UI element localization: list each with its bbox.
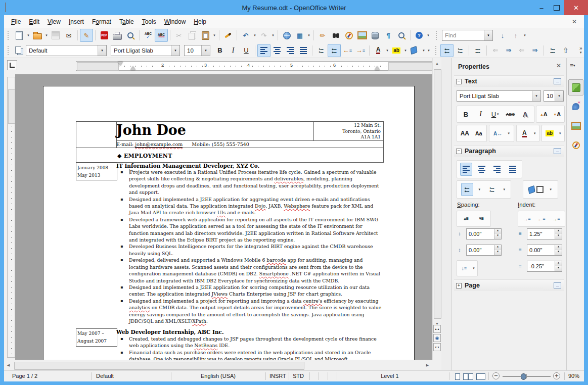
sidebar-font-color-dropdown[interactable]: ▾ bbox=[532, 127, 537, 139]
increase-font-size-button[interactable]: AA bbox=[459, 127, 471, 140]
undo-dropdown[interactable]: ▾ bbox=[252, 29, 257, 41]
page-section-header[interactable]: + Page ... bbox=[454, 279, 564, 291]
align-left-button[interactable] bbox=[257, 44, 270, 57]
highlighting-button[interactable]: ab bbox=[390, 44, 403, 57]
bold-button[interactable]: B bbox=[213, 44, 227, 57]
draw-functions-button[interactable]: ✏ bbox=[316, 29, 329, 42]
font-color-button[interactable]: A bbox=[372, 44, 385, 57]
sidebar-align-center-button[interactable] bbox=[476, 163, 488, 176]
vertical-ruler[interactable] bbox=[7, 77, 15, 358]
nonprinting-chars-button[interactable]: ¶ bbox=[382, 29, 395, 42]
expand-icon[interactable]: + bbox=[456, 283, 462, 288]
paste-dropdown[interactable]: ▾ bbox=[212, 29, 217, 41]
line-spacing-dropdown[interactable]: ▾ bbox=[471, 262, 476, 274]
increase-font-spacing-button[interactable]: ▲A bbox=[537, 108, 550, 121]
find-dropdown[interactable]: ▾ bbox=[484, 30, 492, 40]
character-spacing-button[interactable]: A↔ bbox=[492, 127, 504, 140]
collapse-icon[interactable]: − bbox=[456, 149, 462, 154]
decrease-font-size-button[interactable]: Aa bbox=[473, 127, 485, 140]
vertical-scrollbar[interactable]: ▲ ▼ ▲▲ ◉ ▼▼ bbox=[432, 58, 441, 360]
sidebar-bold-button[interactable]: B bbox=[460, 108, 472, 121]
below-spacing-field[interactable]: 0.00"▲▼ bbox=[466, 245, 502, 256]
menu-file[interactable]: File bbox=[7, 17, 25, 27]
hyperlink-button[interactable] bbox=[280, 29, 293, 42]
scroll-right-icon[interactable]: ▶ bbox=[424, 361, 431, 369]
data-sources-button[interactable] bbox=[369, 29, 382, 42]
above-spacing-field[interactable]: 0.00"▲▼ bbox=[466, 228, 502, 239]
sidebar-numbered-dropdown[interactable]: ▾ bbox=[502, 183, 507, 196]
demote-level-button[interactable]: ⇒ bbox=[502, 44, 515, 57]
find-toolbar-grip[interactable] bbox=[436, 31, 438, 40]
insert-mode[interactable]: INSRT bbox=[269, 373, 286, 379]
paragraph-dialog-launcher-icon[interactable]: ... bbox=[554, 148, 561, 154]
find-input[interactable] bbox=[442, 32, 484, 38]
multi-page-view-icon[interactable] bbox=[463, 373, 468, 380]
sidebar-align-right-button[interactable] bbox=[491, 163, 503, 176]
decrease-indent-button[interactable]: ←≡ bbox=[341, 44, 354, 57]
sidebar-underline-button[interactable]: U▾ bbox=[489, 108, 502, 121]
sidebar-shadow-button[interactable]: A bbox=[519, 108, 531, 121]
sidebar-bullet-dropdown[interactable]: ▾ bbox=[477, 183, 482, 196]
collapse-icon[interactable]: − bbox=[456, 79, 462, 84]
increase-indent-button[interactable]: →≡ bbox=[354, 44, 367, 57]
open-button[interactable] bbox=[31, 29, 44, 42]
spinner[interactable]: ▲▼ bbox=[494, 245, 501, 255]
indent-before-field[interactable]: 1.25"▲▼ bbox=[527, 228, 562, 239]
underline-button[interactable]: U bbox=[240, 44, 253, 57]
find-next-button[interactable]: ↓ bbox=[496, 29, 509, 42]
sidebar-align-left-button[interactable] bbox=[460, 163, 472, 176]
menu-format[interactable]: Format bbox=[88, 17, 115, 27]
undo-button[interactable]: ↶ bbox=[239, 29, 252, 42]
sidebar-italic-button[interactable]: I bbox=[475, 108, 487, 121]
paragraph-background-dropdown[interactable]: ▾ bbox=[548, 183, 553, 196]
line-spacing-button[interactable]: ↕≡ bbox=[458, 262, 470, 275]
book-view-icon[interactable] bbox=[476, 373, 485, 380]
spinner[interactable]: ▲▼ bbox=[555, 245, 562, 255]
justify-button[interactable] bbox=[297, 44, 310, 57]
sidebar-highlighting-button[interactable]: ab bbox=[544, 127, 556, 140]
close-document-icon[interactable]: ✕ bbox=[572, 18, 577, 25]
bullets-on-off-button[interactable]: ●▬▬ ●▬▬ bbox=[440, 44, 454, 57]
sidebar-menu-icon[interactable]: ≡▾ bbox=[570, 62, 575, 69]
italic-button[interactable]: I bbox=[227, 44, 240, 57]
print-button[interactable] bbox=[111, 29, 124, 42]
menu-view[interactable]: View bbox=[43, 17, 65, 27]
decrease-spacing-button[interactable]: ▼≡ bbox=[475, 212, 487, 225]
outline-level[interactable]: Level 1 bbox=[337, 373, 443, 379]
first-line-indent-marker[interactable] bbox=[118, 62, 123, 66]
font-color-dropdown[interactable]: ▾ bbox=[385, 44, 390, 57]
navigation-button[interactable]: ◉ bbox=[433, 334, 441, 342]
highlighting-dropdown[interactable]: ▾ bbox=[403, 44, 408, 57]
menu-edit[interactable]: Edit bbox=[25, 17, 43, 27]
help-button[interactable]: ? bbox=[413, 29, 426, 42]
zoom-out-icon[interactable]: − bbox=[492, 372, 500, 379]
page-style[interactable]: Default bbox=[96, 373, 114, 379]
page-dialog-launcher-icon[interactable]: ... bbox=[554, 282, 561, 288]
horizontal-ruler[interactable]: 2 3 4 5 6 bbox=[76, 61, 432, 71]
new-document-dropdown[interactable]: ▾ bbox=[26, 29, 31, 41]
redo-dropdown[interactable]: ▾ bbox=[270, 29, 276, 41]
spelling-button[interactable]: ABC✓ bbox=[142, 29, 155, 42]
selection-mode[interactable]: STD bbox=[293, 373, 304, 379]
sidebar-justify-button[interactable] bbox=[507, 163, 519, 176]
background-color-dropdown[interactable]: ▾ bbox=[421, 44, 426, 57]
menu-tools[interactable]: Tools bbox=[138, 17, 160, 27]
find-toolbar-overflow[interactable]: ▾ bbox=[522, 29, 527, 41]
email-button[interactable]: ✉ bbox=[62, 29, 75, 42]
paragraph-background-button[interactable] bbox=[528, 183, 544, 196]
sidebar-highlighting-dropdown[interactable]: ▾ bbox=[558, 127, 563, 139]
gallery-button[interactable] bbox=[355, 29, 369, 42]
navigator-button[interactable] bbox=[342, 29, 355, 42]
autospellcheck-button[interactable]: ABC~~~ bbox=[155, 29, 168, 42]
text-dialog-launcher-icon[interactable]: ... bbox=[554, 78, 561, 84]
paragraph-section-header[interactable]: − Paragraph ... bbox=[454, 145, 564, 157]
horizontal-scroll-thumb[interactable] bbox=[14, 362, 304, 370]
decrease-font-spacing-button[interactable]: ▼A bbox=[551, 108, 563, 121]
zoom-button[interactable] bbox=[395, 29, 408, 42]
tab-gallery[interactable] bbox=[568, 118, 583, 134]
page-preview-button[interactable] bbox=[124, 29, 137, 42]
document-canvas[interactable]: John Doe 12 Main St. Toronto, Ontario A1… bbox=[15, 74, 432, 360]
email-link[interactable]: john@example.com bbox=[135, 141, 183, 148]
table-dropdown[interactable]: ▾ bbox=[306, 29, 311, 41]
toolbar-overflow[interactable]: ▾ bbox=[426, 29, 431, 41]
